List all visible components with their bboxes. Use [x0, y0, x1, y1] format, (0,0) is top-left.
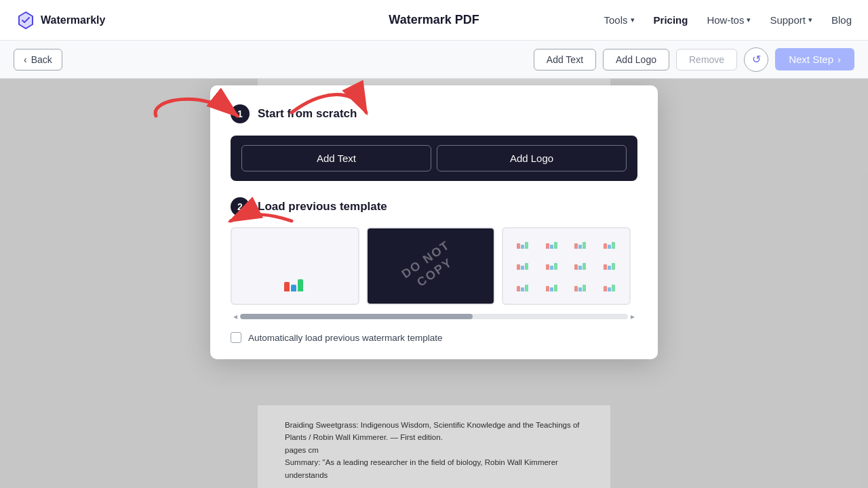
- modal: 1 Start from scratch Add Text Add Logo 2…: [210, 85, 658, 359]
- scrollbar-track[interactable]: [240, 314, 628, 319]
- navbar: Watermarkly Watermark PDF Tools ▾ Pricin…: [0, 0, 868, 41]
- template-scrollbar: ◂ ▸: [231, 310, 637, 323]
- scrollbar-thumb: [240, 314, 473, 319]
- step1-number: 1: [231, 104, 250, 123]
- tmpl3-icon-3: [574, 241, 587, 249]
- howtos-chevron-icon: ▾: [747, 16, 751, 24]
- toolbar: ‹ Back Add Text Add Logo Remove ↺ Next S…: [0, 41, 868, 79]
- nav-tools[interactable]: Tools ▾: [604, 14, 635, 26]
- tmpl3-icon-11: [574, 283, 587, 291]
- tmpl3-icon-12: [604, 283, 616, 291]
- tmpl3-icon-5: [517, 262, 529, 270]
- modal-overlay: 1 Start from scratch Add Text Add Logo 2…: [0, 79, 868, 488]
- add-logo-toolbar-button[interactable]: Add Logo: [603, 49, 669, 70]
- remove-button: Remove: [676, 49, 737, 70]
- tmpl3-icon-8: [604, 262, 616, 270]
- tmpl3-icon-7: [574, 262, 587, 270]
- support-chevron-icon: ▾: [808, 16, 812, 24]
- tmpl3-icon-1: [517, 241, 529, 249]
- step2-title: Load previous template: [258, 200, 387, 214]
- scroll-left-icon[interactable]: ◂: [231, 310, 240, 323]
- template1-logo-icon: [284, 277, 306, 291]
- template-card-3[interactable]: [502, 227, 631, 305]
- nav-howtos[interactable]: How-tos ▾: [707, 14, 751, 26]
- refresh-button[interactable]: ↺: [744, 47, 768, 72]
- step1-header: 1 Start from scratch: [231, 104, 637, 123]
- step2-header: 2 Load previous template: [231, 197, 637, 216]
- nav-support[interactable]: Support ▾: [770, 14, 812, 26]
- step2-number: 2: [231, 197, 250, 216]
- tmpl3-icon-4: [604, 241, 616, 249]
- tmpl3-icon-6: [546, 262, 558, 270]
- auto-load-row: Automatically load previous watermark te…: [231, 332, 637, 343]
- logo-icon: [16, 11, 35, 30]
- back-button[interactable]: ‹ Back: [14, 49, 62, 70]
- template3-grid: [503, 228, 629, 304]
- main-area: © 2013, Text by Robin Wall Kimmerer All …: [0, 79, 868, 488]
- nav-center-title: Watermark PDF: [389, 13, 479, 27]
- template-card-1[interactable]: [231, 227, 359, 305]
- modal-add-logo-button[interactable]: Add Logo: [437, 145, 627, 171]
- next-step-button[interactable]: Next Step ›: [775, 48, 854, 70]
- action-bar: Add Text Add Logo: [231, 136, 637, 181]
- next-arrow-icon: ›: [837, 54, 841, 65]
- tmpl3-icon-2: [546, 241, 558, 249]
- auto-load-checkbox[interactable]: [231, 332, 241, 343]
- tmpl3-icon-9: [517, 283, 529, 291]
- template2-watermark-text: DO NOT COPY: [399, 237, 462, 295]
- add-text-toolbar-button[interactable]: Add Text: [534, 49, 596, 70]
- tmpl3-icon-10: [546, 283, 558, 291]
- back-chevron-icon: ‹: [24, 54, 27, 65]
- nav-logo[interactable]: Watermarkly: [16, 11, 105, 30]
- scroll-right-icon[interactable]: ▸: [628, 310, 637, 323]
- logo-text: Watermarkly: [41, 14, 105, 26]
- nav-links: Tools ▾ Pricing How-tos ▾ Support ▾ Blog: [604, 14, 852, 26]
- tools-chevron-icon: ▾: [631, 16, 635, 24]
- template-card-2[interactable]: DO NOT COPY: [366, 227, 495, 305]
- auto-load-label: Automatically load previous watermark te…: [248, 333, 443, 343]
- refresh-icon: ↺: [752, 53, 761, 66]
- nav-blog[interactable]: Blog: [831, 14, 852, 26]
- modal-add-text-button[interactable]: Add Text: [241, 145, 431, 171]
- nav-pricing[interactable]: Pricing: [654, 14, 688, 26]
- step1-title: Start from scratch: [258, 107, 357, 121]
- templates-row: DO NOT COPY: [231, 227, 637, 305]
